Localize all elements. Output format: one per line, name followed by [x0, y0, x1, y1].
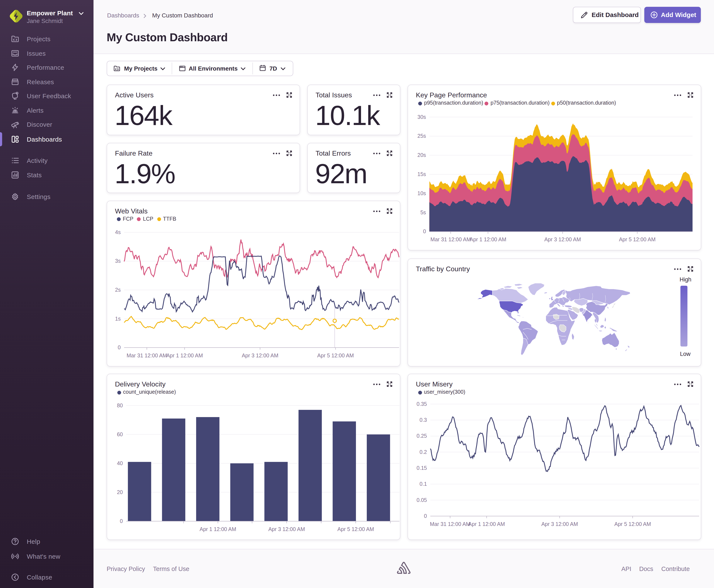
svg-text:5s: 5s [420, 209, 426, 215]
svg-text:20: 20 [117, 489, 123, 495]
svg-text:0: 0 [117, 344, 121, 350]
svg-text:0.35: 0.35 [416, 401, 427, 407]
svg-text:0.2: 0.2 [419, 449, 427, 455]
svg-text:Apr 5 12:00 AM: Apr 5 12:00 AM [614, 521, 651, 527]
svg-text:60: 60 [117, 431, 123, 437]
svg-text:0.3: 0.3 [419, 417, 427, 423]
svg-text:Apr 3 12:00 AM: Apr 3 12:00 AM [242, 352, 278, 358]
svg-text:4s: 4s [115, 229, 121, 235]
svg-text:80: 80 [117, 402, 123, 408]
svg-text:15s: 15s [417, 171, 426, 177]
svg-text:Apr 5 12:00 AM: Apr 5 12:00 AM [619, 236, 655, 242]
svg-text:40: 40 [117, 460, 123, 466]
svg-text:Apr 3 12:00 AM: Apr 3 12:00 AM [544, 236, 581, 242]
svg-text:Apr 3 12:00 AM: Apr 3 12:00 AM [541, 521, 578, 527]
svg-text:Apr 1 12:00 AM: Apr 1 12:00 AM [166, 352, 202, 358]
svg-text:High: High [679, 276, 691, 283]
svg-text:3s: 3s [115, 258, 121, 264]
svg-text:1s: 1s [115, 315, 121, 321]
svg-text:Low: Low [680, 351, 691, 357]
svg-text:0.1: 0.1 [419, 481, 427, 487]
svg-text:0.25: 0.25 [416, 433, 427, 439]
svg-text:Apr 5 12:00 AM: Apr 5 12:00 AM [317, 352, 353, 358]
svg-text:0: 0 [424, 513, 427, 519]
svg-text:0: 0 [120, 518, 123, 524]
svg-text:0: 0 [423, 228, 426, 234]
svg-text:Mar 31 12:00 AM: Mar 31 12:00 AM [430, 236, 471, 242]
svg-text:Apr 1 12:00 AM: Apr 1 12:00 AM [470, 236, 506, 242]
svg-text:0.05: 0.05 [416, 497, 427, 503]
svg-text:Apr 1 12:00 AM: Apr 1 12:00 AM [468, 521, 505, 527]
svg-text:Mar 31 12:00 AM: Mar 31 12:00 AM [126, 352, 167, 358]
svg-text:Mar 31 12:00 AM: Mar 31 12:00 AM [430, 521, 470, 527]
svg-text:20s: 20s [417, 152, 426, 158]
svg-text:10s: 10s [417, 190, 426, 196]
svg-text:Apr 5 12:00 AM: Apr 5 12:00 AM [337, 526, 374, 532]
svg-text:25s: 25s [417, 133, 426, 139]
svg-text:Apr 3 12:00 AM: Apr 3 12:00 AM [268, 526, 305, 532]
svg-text:2s: 2s [115, 287, 121, 293]
svg-text:Apr 1 12:00 AM: Apr 1 12:00 AM [199, 526, 236, 532]
svg-text:0.15: 0.15 [416, 465, 427, 471]
svg-text:30s: 30s [417, 114, 426, 120]
